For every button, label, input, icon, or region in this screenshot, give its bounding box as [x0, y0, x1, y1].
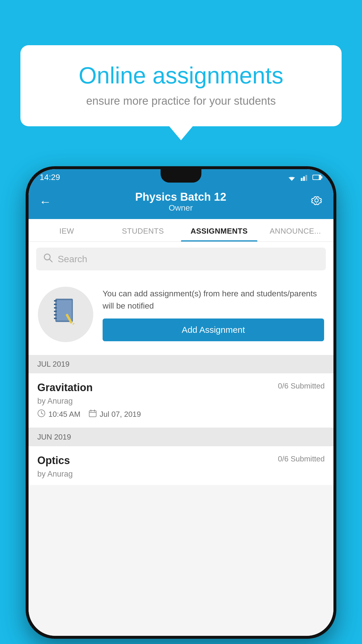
status-time: 14:29	[40, 173, 60, 182]
app-header: ← Physics Batch 12 Owner	[29, 186, 333, 219]
assignment-date: Jul 07, 2019	[100, 410, 141, 419]
tab-bar: IEW STUDENTS ASSIGNMENTS ANNOUNCE...	[29, 219, 333, 242]
svg-rect-14	[54, 307, 57, 309]
assignment-author-optics: by Anurag	[37, 470, 325, 479]
svg-rect-7	[313, 175, 319, 179]
tab-iew[interactable]: IEW	[29, 219, 105, 242]
svg-line-22	[41, 413, 43, 414]
meta-time: 10:45 AM	[37, 409, 80, 419]
svg-rect-17	[54, 318, 57, 319]
batch-title: Physics Batch 12	[135, 191, 226, 203]
assignment-top-optics: Optics 0/6 Submitted	[37, 454, 325, 467]
phone-frame: 14:29	[26, 166, 336, 639]
search-bar-container: Search	[29, 242, 333, 276]
search-input-wrap[interactable]: Search	[36, 248, 326, 270]
calendar-icon	[89, 409, 97, 419]
search-icon	[43, 253, 53, 265]
signal-icon	[301, 174, 308, 181]
assignment-meta: 10:45 AM Jul 07, 2019	[37, 409, 325, 419]
batch-subtitle: Owner	[135, 203, 226, 213]
phone-screen: 14:29	[29, 169, 333, 636]
section-header-jul: JUL 2019	[29, 355, 333, 373]
assignment-submitted: 0/6 Submitted	[278, 382, 325, 391]
speech-bubble: Online assignments ensure more practice …	[20, 45, 342, 126]
bubble-subtitle: ensure more practice for your students	[41, 95, 321, 107]
assignment-item-gravitation[interactable]: Gravitation 0/6 Submitted by Anurag	[29, 373, 333, 428]
clock-icon	[37, 409, 45, 419]
svg-marker-19	[72, 323, 75, 325]
assignment-name: Gravitation	[37, 382, 93, 394]
wifi-icon	[287, 174, 297, 181]
tab-announcements[interactable]: ANNOUNCE...	[257, 219, 334, 242]
assignment-author: by Anurag	[37, 397, 325, 406]
content-area: Search	[29, 242, 333, 636]
status-icons	[287, 174, 322, 181]
notebook-icon	[52, 297, 79, 332]
tab-assignments[interactable]: ASSIGNMENTS	[181, 219, 257, 242]
svg-rect-3	[303, 176, 305, 181]
section-header-jun: JUN 2019	[29, 428, 333, 446]
settings-icon[interactable]	[310, 194, 323, 209]
search-placeholder: Search	[58, 254, 87, 265]
add-assignment-card: You can add assignment(s) from here and …	[29, 276, 333, 355]
bubble-title: Online assignments	[41, 63, 321, 88]
svg-rect-13	[54, 304, 57, 305]
assignment-submitted-optics: 0/6 Submitted	[278, 454, 325, 463]
notebook-icon-wrap	[38, 287, 93, 342]
svg-rect-6	[321, 176, 322, 178]
assignment-item-optics[interactable]: Optics 0/6 Submitted by Anurag	[29, 446, 333, 485]
assignment-name-optics: Optics	[37, 454, 70, 467]
tab-students[interactable]: STUDENTS	[105, 219, 181, 242]
svg-rect-16	[54, 314, 57, 316]
header-center: Physics Batch 12 Owner	[135, 191, 226, 213]
back-button[interactable]: ←	[39, 195, 51, 209]
add-assignment-text-area: You can add assignment(s) from here and …	[103, 288, 324, 341]
assignment-top: Gravitation 0/6 Submitted	[37, 382, 325, 394]
speech-bubble-container: Online assignments ensure more practice …	[20, 45, 342, 126]
svg-rect-23	[89, 411, 96, 417]
svg-rect-12	[54, 300, 57, 302]
battery-icon	[312, 174, 322, 181]
svg-rect-2	[301, 178, 303, 181]
svg-line-9	[49, 259, 52, 262]
assignment-time: 10:45 AM	[48, 410, 80, 419]
svg-rect-4	[305, 175, 307, 181]
svg-rect-15	[54, 311, 57, 312]
meta-date: Jul 07, 2019	[89, 409, 141, 419]
add-assignment-button[interactable]: Add Assignment	[103, 318, 324, 341]
phone-notch	[161, 169, 201, 183]
add-assignment-description: You can add assignment(s) from here and …	[103, 288, 324, 312]
